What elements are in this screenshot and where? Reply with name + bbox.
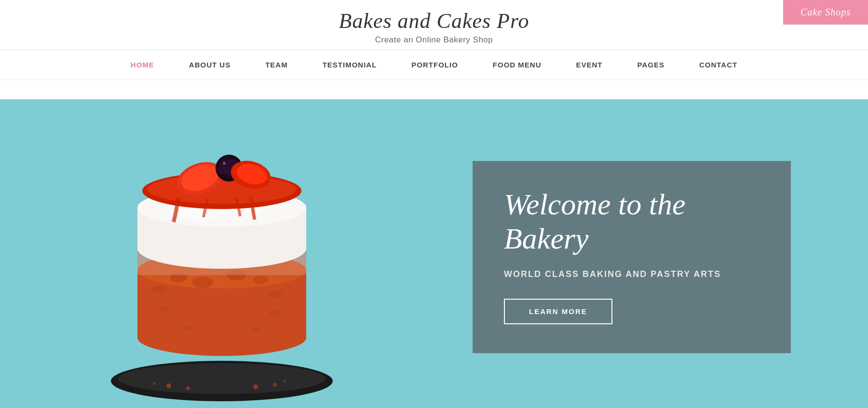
svg-point-13 [183, 325, 193, 331]
hero-tagline: WORLD CLASS BAKING AND PASTRY ARTS [504, 269, 760, 279]
svg-point-12 [269, 310, 281, 317]
svg-point-8 [253, 276, 268, 284]
nav-item-about[interactable]: ABOUT US [172, 51, 248, 79]
nav-link-portfolio[interactable]: PORTFOLIO [394, 51, 475, 79]
nav-link-contact[interactable]: CONTACT [682, 51, 755, 79]
hero-section: Welcome to the Bakery WORLD CLASS BAKING… [0, 99, 868, 408]
svg-point-6 [192, 276, 213, 288]
nav-item-contact[interactable]: CONTACT [682, 51, 755, 79]
nav-item-testimonial[interactable]: TESTIMONIAL [305, 51, 394, 79]
main-nav: HOME ABOUT US TEAM TESTIMONIAL PORTFOLIO… [0, 50, 868, 80]
hero-text-box: Welcome to the Bakery WORLD CLASS BAKING… [473, 161, 791, 354]
svg-point-10 [268, 290, 282, 298]
learn-more-button[interactable]: LEARN MORE [504, 299, 612, 324]
svg-point-37 [253, 384, 258, 389]
nav-link-home[interactable]: HOME [113, 51, 172, 79]
nav-list: HOME ABOUT US TEAM TESTIMONIAL PORTFOLIO… [113, 51, 755, 79]
svg-point-38 [273, 383, 277, 387]
nav-link-testimonial[interactable]: TESTIMONIAL [305, 51, 394, 79]
svg-point-36 [186, 386, 190, 390]
svg-point-11 [158, 305, 170, 312]
nav-link-team[interactable]: TEAM [248, 51, 305, 79]
nav-link-food-menu[interactable]: FOOD MENU [475, 51, 559, 79]
nav-item-home[interactable]: HOME [113, 51, 172, 79]
nav-item-pages[interactable]: PAGES [620, 51, 682, 79]
nav-item-food-menu[interactable]: FOOD MENU [475, 51, 559, 79]
svg-point-9 [152, 286, 166, 293]
site-header: Cake Shops Bakes and Cakes Pro Create an… [0, 0, 868, 50]
svg-point-31 [225, 159, 233, 168]
nav-item-team[interactable]: TEAM [248, 51, 305, 79]
nav-item-portfolio[interactable]: PORTFOLIO [394, 51, 475, 79]
nav-link-about[interactable]: ABOUT US [172, 51, 248, 79]
hero-welcome-text: Welcome to the Bakery [504, 187, 760, 256]
nav-item-event[interactable]: EVENT [559, 51, 620, 79]
svg-point-1 [118, 363, 326, 394]
svg-point-14 [251, 328, 260, 333]
svg-point-40 [283, 380, 286, 382]
cake-image [72, 116, 371, 408]
svg-point-39 [153, 382, 156, 385]
nav-link-event[interactable]: EVENT [559, 51, 620, 79]
scallop-border [0, 80, 868, 99]
site-title: Bakes and Cakes Pro [339, 9, 529, 33]
cake-shops-button[interactable]: Cake Shops [783, 0, 868, 25]
svg-point-29 [217, 166, 226, 174]
nav-link-pages[interactable]: PAGES [620, 51, 682, 79]
svg-point-32 [223, 162, 226, 165]
svg-point-35 [166, 383, 171, 388]
site-subtitle: Create an Online Bakery Shop [375, 35, 493, 45]
